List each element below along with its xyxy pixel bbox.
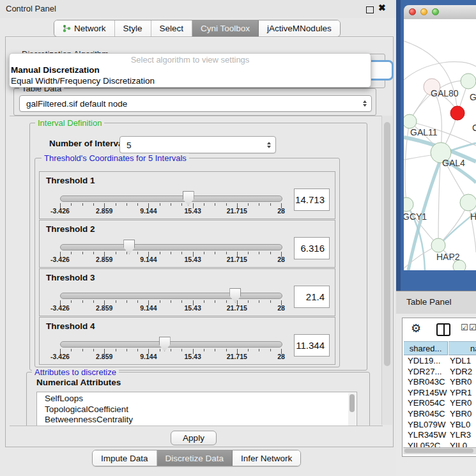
group-title-thresholds: Threshold's Coordinates for 5 Intervals (42, 153, 189, 163)
float-window-icon[interactable] (366, 6, 374, 13)
cell-name: YBL0 (450, 420, 470, 431)
node-label-gal4: GAL4 (442, 158, 465, 168)
threshold-value-field[interactable]: 21.4 (294, 286, 330, 308)
table-data-combobox[interactable]: galFiltered.sif default node (19, 95, 372, 112)
slider-track[interactable] (60, 244, 282, 250)
tab-cyni-toolbox[interactable]: Cyni Toolbox (192, 20, 259, 36)
list-scrollbar[interactable] (348, 393, 356, 426)
settings-scroll-area: Interval Definition Number of Intervals … (10, 116, 383, 426)
attribute-item-topologicalcoefficient[interactable]: TopologicalCoefficient (37, 404, 357, 415)
cell-shared-name: YER054C (408, 398, 445, 409)
network-window-titlebar[interactable] (404, 5, 476, 20)
settings-gear-icon[interactable]: ⚙ (411, 321, 421, 335)
table-panel-title: Table Panel (406, 291, 452, 313)
table-row[interactable]: YBR045CYBR0 (404, 409, 476, 420)
panel-scrollbar[interactable] (381, 116, 392, 425)
network-view-window: GAL80GACGAL11GAL4GCY1HHAP2 (396, 0, 476, 291)
tab-label: Network (74, 21, 106, 36)
close-icon[interactable]: ✖ (378, 3, 386, 13)
split-columns-icon[interactable] (436, 323, 450, 336)
attribute-item-betweennesscentrality[interactable]: BetweennessCentrality (37, 415, 357, 426)
cell-shared-name: YDL19... (408, 356, 440, 367)
top-tab-bar: NetworkStyleSelectCyni ToolboxjActiveMNo… (54, 20, 341, 37)
table-row[interactable]: YDR27...YDR2 (404, 367, 476, 378)
tab-jactivemnodules[interactable]: jActiveMNodules (259, 20, 340, 36)
cell-shared-name: YDR27... (408, 367, 442, 378)
scale-label: 2.859 (96, 304, 112, 312)
tick-mark (248, 300, 249, 303)
network-node-green[interactable] (460, 194, 476, 211)
tab-infer-network[interactable]: Infer Network (233, 450, 300, 466)
tick-mark (171, 252, 171, 254)
network-node-green[interactable] (461, 73, 476, 89)
table-row[interactable]: YIL052CYIL0 (404, 441, 476, 447)
table-row[interactable]: YBR043CYBR0 (404, 377, 476, 388)
cell-name: YPR1 (450, 388, 472, 399)
slider-track[interactable] (60, 196, 282, 202)
cell-shared-name: YPR145W (408, 388, 447, 399)
tick-mark (116, 349, 116, 351)
numerical-attributes-list: SelfLoopsTopologicalCoefficientBetweenne… (36, 392, 357, 426)
close-traffic-light-icon[interactable] (409, 8, 416, 15)
table-row[interactable]: YER054CYER0 (404, 398, 476, 409)
tab-style[interactable]: Style (115, 20, 151, 36)
minimize-traffic-light-icon[interactable] (420, 8, 427, 15)
checkbox-icon[interactable]: ☑ (469, 323, 476, 332)
threshold-value-field[interactable]: 6.316 (294, 237, 330, 259)
tab-impute-data[interactable]: Impute Data (93, 450, 157, 466)
network-node-green[interactable] (404, 114, 417, 128)
dropdown-hint: Select algorithm to view settings (10, 55, 371, 65)
number-of-intervals-combobox[interactable]: 5 (119, 136, 276, 153)
network-node-green[interactable] (404, 197, 413, 211)
tick-mark (181, 203, 182, 206)
column-header-2[interactable]: na (449, 341, 476, 355)
tick-mark (270, 300, 271, 303)
tab-discretize-data[interactable]: Discretize Data (157, 450, 233, 466)
panel-scrollbar-thumb[interactable] (384, 122, 390, 366)
slider-track[interactable] (60, 293, 282, 299)
tick-mark (259, 203, 259, 206)
threshold-value-field[interactable]: 14.713 (294, 188, 330, 211)
attribute-item-selfloops[interactable]: SelfLoops (37, 394, 357, 404)
tab-label: Impute Data (101, 451, 148, 466)
checkbox-icon[interactable]: ☑ (461, 323, 468, 332)
network-canvas[interactable]: GAL80GACGAL11GAL4GCY1HHAP2 (404, 19, 476, 270)
table-window: ⚙ ☑ ☑ shared...na YDL19...YDL1YDR27...YD… (402, 318, 476, 457)
tick-mark (248, 203, 249, 206)
cell-shared-name: YBL079W (408, 420, 445, 431)
cell-name: YBR0 (450, 409, 472, 420)
table-hscrollbar[interactable] (403, 447, 476, 454)
scale-label: 2.859 (96, 256, 112, 263)
tab-select[interactable]: Select (151, 20, 193, 36)
table-data-group: Table Data galFiltered.sif default node (13, 88, 376, 116)
network-node-green[interactable] (431, 238, 445, 252)
tick-mark (71, 349, 72, 351)
tick-mark (181, 300, 182, 303)
dropdown-option-manual-discretization[interactable]: Manual Discretization (10, 65, 372, 75)
scale-label: 21.715 (227, 304, 247, 312)
screen: Control Panel ✖ NetworkStyleSelectCyni T… (0, 0, 476, 476)
list-scrollbar-thumb[interactable] (349, 394, 355, 412)
tick-mark (226, 349, 227, 351)
tick-mark (93, 252, 94, 254)
table-row[interactable]: YLR345WYLR3 (404, 430, 476, 441)
panel-title: Control Panel (6, 4, 56, 13)
node-label-h: H (470, 211, 476, 222)
zoom-traffic-light-icon[interactable] (432, 8, 439, 15)
table-row[interactable]: YBL079WYBL0 (404, 420, 476, 431)
slider-track[interactable] (60, 341, 282, 348)
table-hscrollbar-thumb[interactable] (404, 449, 473, 453)
apply-button[interactable]: Apply (171, 431, 217, 445)
dropdown-option-equal-width-frequency-discretization[interactable]: Equal Width/Frequency Discretization (10, 75, 372, 86)
table-row[interactable]: YDL19...YDL1 (404, 356, 476, 367)
table-row[interactable]: YPR145WYPR1 (404, 388, 476, 399)
column-header-1[interactable]: shared... (404, 341, 448, 355)
tick-mark (270, 252, 271, 254)
network-node-red[interactable] (450, 106, 464, 120)
tab-network[interactable]: Network (54, 20, 115, 36)
table-panel: ⚙ ☑ ☑ shared...na YDL19...YDL1YDR27...YD… (396, 314, 476, 476)
cell-name: YBR0 (450, 377, 472, 388)
scale-label: 9.144 (140, 353, 157, 360)
threshold-value-field[interactable]: 11.344 (294, 334, 330, 357)
cell-shared-name: YBR045C (408, 409, 445, 420)
